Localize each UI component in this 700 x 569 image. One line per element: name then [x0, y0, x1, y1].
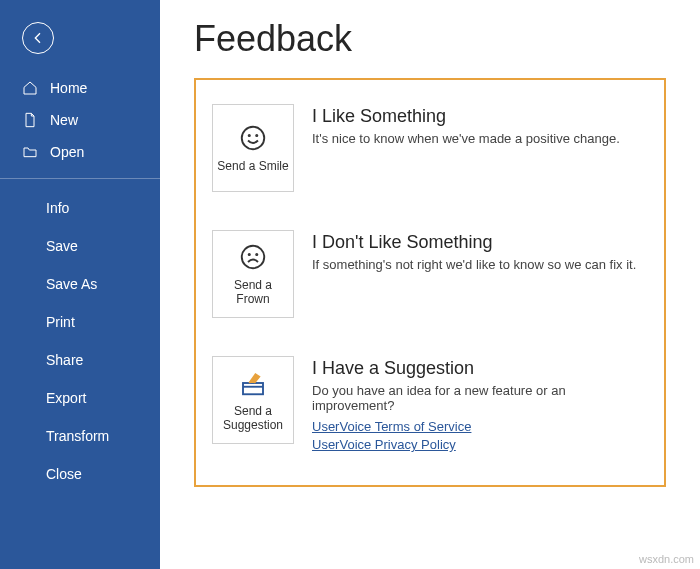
sidebar-item-label: Save As [46, 276, 97, 292]
feedback-desc: Do you have an idea for a new feature or… [312, 383, 648, 413]
main-content: Feedback Send a Smile I Like Something I… [160, 0, 700, 569]
arrow-left-icon [30, 30, 46, 46]
svg-point-2 [256, 135, 257, 136]
svg-point-4 [249, 254, 250, 255]
sidebar-item-export[interactable]: Export [0, 379, 160, 417]
frown-icon [238, 242, 268, 272]
watermark: wsxdn.com [639, 553, 694, 565]
sidebar-item-saveas[interactable]: Save As [0, 265, 160, 303]
sidebar-item-share[interactable]: Share [0, 341, 160, 379]
feedback-desc: If something's not right we'd like to kn… [312, 257, 648, 272]
svg-rect-6 [243, 383, 263, 394]
sidebar-item-label: Info [46, 200, 69, 216]
sidebar-item-label: Share [46, 352, 83, 368]
tile-label: Send a Suggestion [217, 404, 289, 432]
feedback-title: I Like Something [312, 106, 648, 127]
feedback-text: I Have a Suggestion Do you have an idea … [312, 356, 648, 455]
sidebar-item-close[interactable]: Close [0, 455, 160, 493]
suggestion-icon [238, 368, 268, 398]
sidebar-item-label: Close [46, 466, 82, 482]
sidebar-item-label: Home [50, 80, 87, 96]
sidebar-item-transform[interactable]: Transform [0, 417, 160, 455]
uservoice-privacy-link[interactable]: UserVoice Privacy Policy [312, 437, 648, 452]
feedback-panel: Send a Smile I Like Something It's nice … [194, 78, 666, 487]
feedback-row-smile: Send a Smile I Like Something It's nice … [212, 94, 648, 220]
feedback-row-frown: Send a Frown I Don't Like Something If s… [212, 220, 648, 346]
feedback-title: I Don't Like Something [312, 232, 648, 253]
page-title: Feedback [194, 18, 666, 60]
uservoice-tos-link[interactable]: UserVoice Terms of Service [312, 419, 648, 434]
sidebar-item-save[interactable]: Save [0, 227, 160, 265]
sidebar-item-label: Open [50, 144, 84, 160]
sidebar-item-print[interactable]: Print [0, 303, 160, 341]
sidebar-item-label: Print [46, 314, 75, 330]
sidebar-item-new[interactable]: New [0, 104, 160, 136]
sidebar-divider [0, 178, 160, 179]
feedback-desc: It's nice to know when we've made a posi… [312, 131, 648, 146]
smile-icon [238, 123, 268, 153]
folder-icon [22, 144, 38, 160]
back-button[interactable] [22, 22, 54, 54]
feedback-text: I Like Something It's nice to know when … [312, 104, 648, 192]
sidebar: Home New Open Info Save Save As Print Sh… [0, 0, 160, 569]
tile-label: Send a Smile [217, 159, 288, 173]
svg-point-5 [256, 254, 257, 255]
feedback-title: I Have a Suggestion [312, 358, 648, 379]
send-smile-button[interactable]: Send a Smile [212, 104, 294, 192]
sidebar-item-info[interactable]: Info [0, 189, 160, 227]
sidebar-item-label: Transform [46, 428, 109, 444]
sidebar-item-label: New [50, 112, 78, 128]
svg-point-1 [249, 135, 250, 136]
send-suggestion-button[interactable]: Send a Suggestion [212, 356, 294, 444]
tile-label: Send a Frown [217, 278, 289, 306]
feedback-row-suggestion: Send a Suggestion I Have a Suggestion Do… [212, 346, 648, 461]
page-icon [22, 112, 38, 128]
sidebar-item-home[interactable]: Home [0, 72, 160, 104]
svg-point-3 [242, 246, 265, 269]
send-frown-button[interactable]: Send a Frown [212, 230, 294, 318]
sidebar-item-label: Export [46, 390, 86, 406]
sidebar-item-open[interactable]: Open [0, 136, 160, 168]
home-icon [22, 80, 38, 96]
sidebar-item-label: Save [46, 238, 78, 254]
feedback-text: I Don't Like Something If something's no… [312, 230, 648, 318]
svg-point-0 [242, 127, 265, 150]
